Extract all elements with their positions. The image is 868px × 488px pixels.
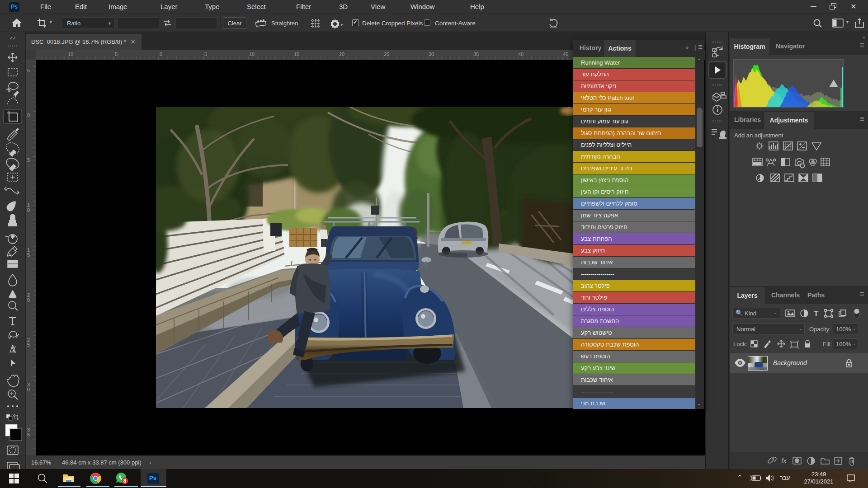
svg-text:8: 8 (123, 478, 126, 483)
svg-text:fx: fx (781, 457, 787, 465)
svg-text:T: T (814, 310, 819, 318)
